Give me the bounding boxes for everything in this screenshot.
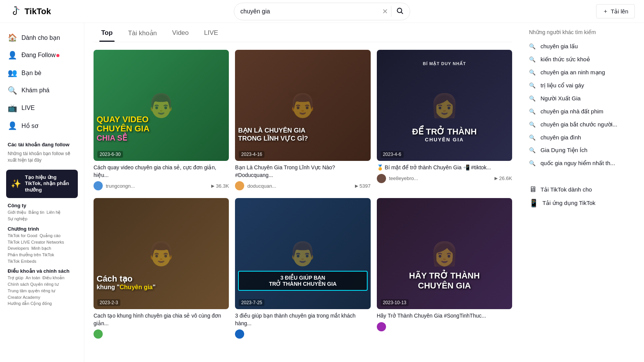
reward-banner[interactable]: ✨ Tạo hiệu ứng TikTok, nhận phần thưởng — [6, 170, 78, 198]
search-tabs: Top Tài khoản Video LIVE — [94, 23, 512, 42]
suggestion-10[interactable]: 🔍 quốc gia nguy hiểm nhất th... — [529, 157, 636, 170]
policy-link-privacy[interactable]: Chính sách Quyền riêng tư — [8, 282, 59, 287]
download-section: 🖥 Tải TikTok dành cho 📱 Tải ứng dụng Tik… — [529, 170, 636, 208]
program-link-good[interactable]: TikTok for Good — [8, 233, 37, 238]
suggestion-6[interactable]: 🔍 chuyên gia nhà đất phim — [529, 105, 636, 118]
sidebar-item-profile[interactable]: 👤 Hồ sơ — [3, 117, 81, 134]
main-content: Top Tài khoản Video LIVE 👨 QUAY VIDEOCHU… — [84, 23, 521, 362]
suggestion-text-4: trị liệu cổ vai gáy — [540, 82, 584, 89]
video-card-5[interactable]: 👨 3 ĐIỀU GIÚP BẠNTRỞ THÀNH CHUYÊN GIA 20… — [235, 198, 370, 339]
views-2: ▶ 5397 — [355, 183, 371, 189]
suggestion-4[interactable]: 🔍 trị liệu cổ vai gáy — [529, 79, 636, 92]
suggestion-7[interactable]: 🔍 chuyên gia bắt chước người... — [529, 118, 636, 131]
video-thumb-2: 👨 BẠN LÀ CHUYÊN GIATRONG LĨNH VỰC GÌ? 20… — [235, 50, 370, 161]
tab-accounts[interactable]: Tài khoản — [120, 25, 164, 42]
program-link-rewards[interactable]: Phần thưởng trên TikTok — [8, 252, 54, 257]
download-mobile-label: Tải ứng dụng TikTok — [542, 200, 595, 206]
suggestion-text-8: chuyên gia đình — [540, 134, 581, 141]
company-section: Công ty Giới thiệu Bảng tin Liên hệ Sự n… — [3, 203, 81, 221]
program-link-transparency[interactable]: Minh bạch — [31, 246, 51, 251]
tab-live[interactable]: LIVE — [196, 25, 226, 42]
video-card-6[interactable]: 👩 HÃY TRỞ THÀNHCHUYÊN GIA 2023-10-13 Hãy… — [377, 198, 512, 339]
avatar-5 — [235, 329, 244, 339]
video-title-1: Cách quay video chuyên gia chia sẻ, cực … — [94, 164, 229, 179]
program-link-dev[interactable]: Developers — [8, 246, 29, 251]
program-link-live[interactable]: TikTok LIVE Creator Networks — [8, 240, 64, 244]
logo-area: TikTok — [9, 5, 86, 18]
search-divider — [391, 6, 391, 17]
tab-video[interactable]: Video — [164, 25, 196, 42]
video-card-2[interactable]: 👨 BẠN LÀ CHUYÊN GIATRONG LĨNH VỰC GÌ? 20… — [235, 50, 370, 190]
author-3: tee8eyebro... — [389, 175, 491, 181]
overlay-3-dieu: 3 ĐIỀU GIÚP BẠNTRỞ THÀNH CHUYÊN GIA — [243, 275, 362, 287]
search-icon-s10: 🔍 — [529, 160, 537, 166]
clear-icon[interactable]: ✕ — [382, 7, 388, 16]
download-desktop-btn[interactable]: 🖥 Tải TikTok dành cho — [529, 185, 636, 194]
search-button[interactable] — [396, 7, 404, 16]
sidebar-item-friends[interactable]: 👥 Bạn bè — [3, 64, 81, 81]
policy-section: Điều khoản và chính sách Trợ giúp An toà… — [3, 268, 81, 306]
program-link-embeds[interactable]: TikTok Embeds — [8, 259, 36, 264]
policy-link-terms[interactable]: Điều khoản — [43, 275, 64, 280]
policy-link-community[interactable]: Hướng dẫn Cộng đồng — [8, 301, 52, 306]
policy-link-safety[interactable]: An toàn — [26, 275, 40, 280]
video-info-3: 🏅 Bí mật để trở thành Chuyên Gia 📲 #tikt… — [377, 161, 512, 183]
policy-link-privacy-center[interactable]: Trung tâm quyền riêng tư — [8, 288, 55, 293]
tab-top[interactable]: Top — [94, 25, 120, 42]
sidebar-item-following[interactable]: 👤 Đang Follow — [3, 47, 81, 64]
suggestion-2[interactable]: 🔍 kiến thức sức khoẻ — [529, 53, 636, 66]
suggestion-1[interactable]: 🔍 chuyên gia lấu — [529, 40, 636, 53]
video-overlay-3: ĐỂ TRỞ THÀNH CHUYÊN GIA — [377, 124, 512, 146]
program-section: Chương trình TikTok for Good Quảng cáo T… — [3, 226, 81, 264]
avatar-1 — [94, 181, 103, 190]
sidebar-label-explore: Khám phá — [21, 87, 49, 94]
search-icon-s1: 🔍 — [529, 43, 537, 49]
following-dot — [56, 54, 59, 57]
upload-button[interactable]: ＋ Tải lên — [596, 4, 635, 18]
company-link-about[interactable]: Giới thiệu — [8, 210, 26, 215]
sidebar-item-for-you[interactable]: 🏠 Dành cho bạn — [3, 29, 81, 46]
live-icon: 📺 — [8, 103, 17, 113]
company-link-careers[interactable]: Sự nghiệp — [8, 216, 27, 221]
suggestion-5[interactable]: 🔍 Người Xuất Gia — [529, 92, 636, 105]
sidebar-item-live[interactable]: 📺 LIVE — [3, 100, 81, 116]
search-icon-s9: 🔍 — [529, 147, 537, 153]
program-link-ads[interactable]: Quảng cáo — [39, 233, 61, 238]
search-icon-s7: 🔍 — [529, 121, 537, 128]
video-overlay-5: 3 ĐIỀU GIÚP BẠNTRỞ THÀNH CHUYÊN GIA — [235, 268, 370, 294]
right-sidebar-title: Những người khác tìm kiếm — [529, 29, 636, 35]
suggestion-3[interactable]: 🔍 chuyên gia an ninh mạng — [529, 66, 636, 79]
search-icon-s3: 🔍 — [529, 69, 537, 75]
overlay-cach-tao: Cách tạo — [97, 274, 226, 284]
secret-label: BÍ MẬT DUY NHẤT — [377, 61, 512, 66]
company-link-newsroom[interactable]: Bảng tin — [28, 210, 44, 215]
sidebar-item-explore[interactable]: 🔍 Khám phá — [3, 82, 81, 99]
company-links: Giới thiệu Bảng tin Liên hệ Sự nghiệp — [8, 210, 76, 221]
video-card-3[interactable]: 👩 BÍ MẬT DUY NHẤT ĐỂ TRỞ THÀNH CHUYÊN GI… — [377, 50, 512, 190]
main-layout: 🏠 Dành cho bạn 👤 Đang Follow 👥 Bạn bè 🔍 … — [0, 23, 644, 362]
video-info-5: 3 điều giúp bạn thành chuyên gia trong m… — [235, 309, 370, 339]
suggestion-text-9: Gia Dụng Tiện Ích — [540, 147, 587, 154]
video-overlay-4: Cách tạo khung "Chuyên gia" — [94, 271, 229, 294]
suggestion-9[interactable]: 🔍 Gia Dụng Tiện Ích — [529, 144, 636, 157]
policy-link-help[interactable]: Trợ giúp — [8, 275, 23, 280]
views-1: ▶ 36.3K — [211, 183, 229, 189]
policy-link-creator[interactable]: Creator Academy — [8, 295, 40, 300]
video-card-1[interactable]: 👨 QUAY VIDEOCHUYÊN GIA CHIA SẺ 2023-6-30… — [94, 50, 229, 190]
search-input[interactable] — [240, 8, 382, 15]
avatar-2 — [235, 181, 244, 190]
search-icon-s5: 🔍 — [529, 95, 537, 102]
search-box[interactable]: ✕ — [234, 3, 410, 20]
video-info-4: Cach tạo khung hình chuyên gia chia sẻ v… — [94, 309, 229, 339]
company-link-contact[interactable]: Liên hệ — [47, 210, 61, 215]
search-icon-s6: 🔍 — [529, 108, 537, 115]
video-thumb-6: 👩 HÃY TRỞ THÀNHCHUYÊN GIA 2023-10-13 — [377, 198, 512, 309]
download-mobile-btn[interactable]: 📱 Tải ứng dụng TikTok — [529, 198, 636, 208]
video-meta-5 — [235, 329, 370, 339]
video-title-4: Cach tạo khung hình chuyên gia chia sẻ v… — [94, 312, 229, 327]
video-overlay-6: HÃY TRỞ THÀNHCHUYÊN GIA — [377, 268, 512, 294]
video-card-4[interactable]: 👨 Cách tạo khung "Chuyên gia" 2023-2-3 C… — [94, 198, 229, 339]
overlay-khung: khung "Chuyên gia" — [97, 284, 226, 291]
suggestion-8[interactable]: 🔍 chuyên gia đình — [529, 131, 636, 144]
search-area: ✕ — [86, 3, 558, 20]
